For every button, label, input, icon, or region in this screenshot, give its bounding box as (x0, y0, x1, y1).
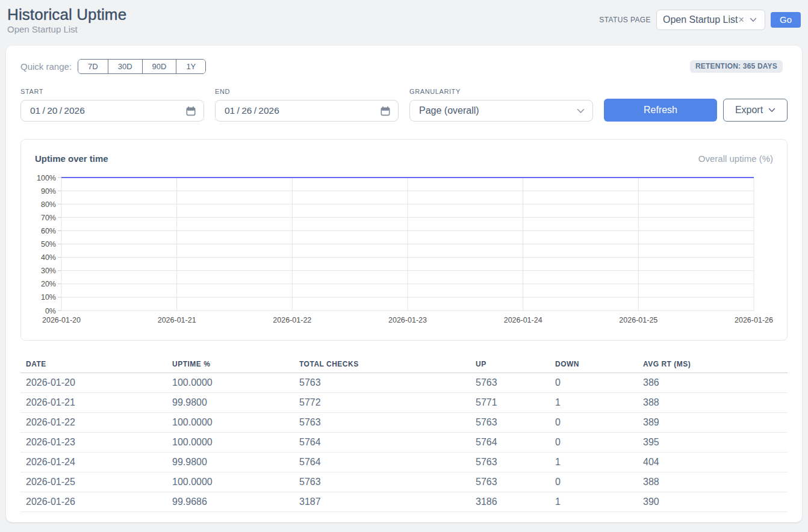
chevron-down-icon (577, 108, 585, 114)
y-tick-label: 80% (41, 200, 56, 209)
topbar-controls: STATUS PAGE Open Startup List × Go (599, 10, 801, 30)
table-cell: 2026-01-20 (20, 373, 167, 393)
column-header-up: UP (470, 356, 550, 373)
table-cell: 5764 (294, 453, 470, 472)
table-row: 2026-01-23100.0000576457640395 (20, 433, 788, 453)
quick-range-row: Quick range: 7D30D90D1Y RETENTION: 365 D… (20, 59, 788, 74)
table-cell: 2026-01-26 (20, 492, 167, 512)
table-cell: 5763 (294, 373, 470, 393)
refresh-button[interactable]: Refresh (604, 99, 717, 122)
x-tick-label: 2026-01-26 (735, 316, 773, 324)
status-page-label: STATUS PAGE (599, 16, 651, 24)
x-tick-label: 2026-01-23 (388, 316, 427, 324)
column-header-uptime: UPTIME % (167, 356, 294, 373)
table-cell: 395 (638, 433, 788, 453)
end-date-input[interactable]: 01 / 26 / 2026 (215, 100, 399, 122)
table-row: 2026-01-22100.0000576357630389 (20, 413, 788, 433)
table-cell: 386 (638, 373, 788, 393)
table-cell: 388 (638, 393, 788, 413)
actions-cell: Refresh Export (604, 88, 788, 122)
table-cell: 2026-01-21 (20, 393, 167, 413)
y-tick-label: 60% (41, 227, 56, 235)
topbar: Historical Uptime Open Startup List STAT… (6, 6, 802, 46)
page: Historical Uptime Open Startup List STAT… (0, 0, 808, 522)
table-cell: 1 (550, 453, 638, 472)
table-row: 2026-01-2199.9800577257711388 (20, 393, 788, 413)
table-row: 2026-01-20100.0000576357630386 (20, 373, 788, 393)
quick-range-30d[interactable]: 30D (108, 60, 142, 73)
table-cell: 100.0000 (167, 472, 294, 492)
table-cell: 2026-01-24 (20, 453, 167, 472)
end-label: END (215, 88, 399, 96)
table-cell: 5764 (294, 433, 470, 453)
table-cell: 0 (550, 373, 638, 393)
title-block: Historical Uptime Open Startup List (7, 6, 126, 34)
quick-range-label: Quick range: (20, 61, 72, 72)
start-label: START (20, 88, 204, 96)
column-header-date: DATE (20, 356, 167, 373)
granularity-select[interactable]: Page (overall) (409, 100, 593, 122)
x-tick-label: 2026-01-20 (42, 316, 81, 324)
status-page-value: Open Startup List (663, 14, 738, 25)
main-card: Quick range: 7D30D90D1Y RETENTION: 365 D… (6, 46, 802, 522)
chevron-down-icon (750, 17, 757, 22)
y-tick-label: 50% (41, 240, 56, 249)
quick-range-7d[interactable]: 7D (78, 60, 108, 73)
x-tick-label: 2026-01-25 (619, 316, 657, 324)
granularity-value: Page (overall) (419, 105, 479, 116)
calendar-icon[interactable] (186, 106, 196, 116)
x-tick-label: 2026-01-24 (504, 316, 542, 324)
table-cell: 99.9800 (167, 393, 294, 413)
table-cell: 5772 (294, 393, 470, 413)
y-tick-label: 100% (37, 174, 56, 182)
end-date-value: 01 / 26 / 2026 (225, 105, 279, 116)
table-header-row: DATEUPTIME %TOTAL CHECKSUPDOWNAVG RT (MS… (20, 356, 788, 373)
status-page-select[interactable]: Open Startup List × (656, 10, 765, 30)
table-cell: 5771 (470, 393, 550, 413)
table-cell: 404 (638, 453, 788, 472)
table-cell: 0 (550, 472, 638, 492)
quick-range-1y[interactable]: 1Y (176, 60, 205, 73)
quick-range-group: 7D30D90D1Y (78, 59, 206, 74)
table-row: 2026-01-25100.0000576357630388 (20, 472, 788, 492)
table-cell: 5763 (294, 472, 470, 492)
clear-icon[interactable]: × (739, 15, 744, 25)
export-label: Export (735, 105, 763, 116)
start-date-input[interactable]: 01 / 20 / 2026 (20, 100, 204, 122)
start-date-value: 01 / 20 / 2026 (30, 105, 85, 116)
export-button[interactable]: Export (723, 99, 788, 122)
table-cell: 1 (550, 492, 638, 512)
table-cell: 5763 (470, 373, 550, 393)
go-button[interactable]: Go (771, 12, 801, 28)
chevron-down-icon (768, 108, 775, 113)
table-cell: 0 (550, 413, 638, 433)
table-cell: 5763 (470, 413, 550, 433)
filters-form: START 01 / 20 / 2026 END 01 / 26 / 2026 … (20, 88, 788, 122)
page-title: Historical Uptime (7, 6, 126, 23)
table-cell: 2026-01-22 (20, 413, 167, 433)
granularity-field: GRANULARITY Page (overall) (409, 88, 593, 122)
column-header-avg-rt-ms: AVG RT (MS) (638, 356, 788, 373)
x-tick-label: 2026-01-21 (158, 316, 196, 324)
column-header-total-checks: TOTAL CHECKS (294, 356, 470, 373)
end-field: END 01 / 26 / 2026 (215, 88, 399, 122)
column-header-down: DOWN (550, 356, 638, 373)
uptime-line-chart: 0%10%20%30%40%50%60%70%80%90%100%2026-01… (22, 140, 788, 341)
table-row: 2026-01-2699.9686318731861390 (20, 492, 788, 512)
quick-range-90d[interactable]: 90D (142, 60, 176, 73)
table-cell: 390 (638, 492, 788, 512)
table-cell: 3186 (470, 492, 550, 512)
table-cell: 99.9686 (167, 492, 294, 512)
page-subtitle: Open Startup List (7, 25, 126, 34)
table-cell: 3187 (294, 492, 470, 512)
y-tick-label: 90% (41, 187, 56, 196)
calendar-icon[interactable] (381, 106, 390, 116)
table-cell: 5764 (470, 433, 550, 453)
table-cell: 1 (550, 393, 638, 413)
retention-badge: RETENTION: 365 DAYS (690, 60, 783, 73)
y-tick-label: 70% (41, 214, 56, 222)
table-cell: 5763 (470, 453, 550, 472)
y-tick-label: 10% (41, 293, 56, 302)
y-tick-label: 20% (41, 280, 56, 288)
y-tick-label: 0% (45, 307, 56, 315)
